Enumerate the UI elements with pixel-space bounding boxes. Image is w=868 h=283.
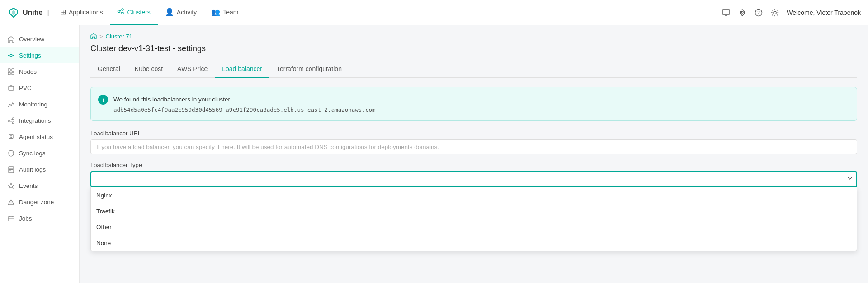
svg-point-1 xyxy=(122,9,123,10)
audit-icon xyxy=(7,166,14,173)
dropdown-item-other[interactable]: Other xyxy=(91,219,857,235)
chart-icon xyxy=(7,101,14,108)
svg-text:?: ? xyxy=(758,10,760,15)
settings-icon xyxy=(7,52,14,59)
tab-kube-cost[interactable]: Kube cost xyxy=(127,61,170,78)
nav-item-team[interactable]: 👥 Team xyxy=(204,0,245,25)
sidebar-item-nodes[interactable]: Nodes xyxy=(0,63,79,80)
dropdown-item-nginx[interactable]: Nginx xyxy=(91,187,857,203)
top-bar-right: ? Welcome, Victor Trapenok xyxy=(722,8,861,17)
svg-rect-14 xyxy=(12,69,14,71)
nav-item-clusters[interactable]: Clusters xyxy=(110,0,157,25)
dropdown-item-traefik[interactable]: Traefik xyxy=(91,203,857,219)
info-banner: i We found this loadbalancers in your cl… xyxy=(90,87,857,121)
jobs-icon xyxy=(7,215,14,222)
sidebar-label-agent-status: Agent status xyxy=(19,134,53,140)
svg-rect-5 xyxy=(722,10,730,14)
pvc-icon xyxy=(7,84,14,91)
lb-type-input[interactable] xyxy=(90,171,857,187)
svg-rect-15 xyxy=(8,72,10,75)
tab-aws-price[interactable]: AWS Price xyxy=(170,61,215,78)
lb-url-field-group: Load balancer URL xyxy=(90,130,857,154)
sidebar-label-nodes: Nodes xyxy=(19,68,37,75)
sidebar-label-sync-logs: Sync logs xyxy=(19,150,46,157)
sidebar-label-monitoring: Monitoring xyxy=(19,101,47,108)
agent-icon xyxy=(7,133,14,140)
svg-point-18 xyxy=(8,120,10,121)
svg-rect-31 xyxy=(8,217,14,221)
lb-url-input[interactable] xyxy=(90,139,857,154)
welcome-text: Welcome, Victor Trapenok xyxy=(787,9,861,16)
sidebar-label-jobs: Jobs xyxy=(19,215,32,222)
help-icon[interactable]: ? xyxy=(754,8,763,17)
sidebar-item-integrations[interactable]: Integrations xyxy=(0,112,79,129)
main-content: > Cluster 71 Cluster dev-v1-31-test - se… xyxy=(80,25,868,283)
nav-label-team: Team xyxy=(223,9,238,16)
gear-icon[interactable] xyxy=(770,8,779,17)
breadcrumb-home-icon[interactable] xyxy=(90,33,97,40)
nav-label-applications: Applications xyxy=(69,9,103,16)
svg-line-3 xyxy=(120,10,122,11)
top-nav: ⊞ Applications Clusters 👤 Activity 👥 Tea… xyxy=(53,0,718,25)
settings-tabs: General Kube cost AWS Price Load balance… xyxy=(90,61,857,78)
tab-terraform[interactable]: Terraform configuration xyxy=(269,61,349,78)
tab-load-balancer[interactable]: Load balancer xyxy=(215,61,269,78)
clusters-icon xyxy=(117,8,124,17)
sidebar-item-monitoring[interactable]: Monitoring xyxy=(0,96,79,112)
page-title: Cluster dev-v1-31-test - settings xyxy=(80,44,868,61)
info-icon: i xyxy=(98,95,108,105)
applications-icon: ⊞ xyxy=(60,8,66,16)
svg-point-2 xyxy=(122,12,123,14)
danger-icon xyxy=(7,198,14,206)
sidebar-item-danger-zone[interactable]: Danger zone xyxy=(0,194,79,210)
info-content: We found this loadbalancers in your clus… xyxy=(113,95,375,113)
lb-url-label: Load balancer URL xyxy=(90,130,857,137)
sidebar-item-agent-status[interactable]: Agent status xyxy=(0,129,79,145)
nav-label-activity: Activity xyxy=(177,9,197,16)
sidebar-item-events[interactable]: Events xyxy=(0,177,79,194)
activity-icon: 👤 xyxy=(165,8,174,16)
team-icon: 👥 xyxy=(211,8,220,16)
content-area: General Kube cost AWS Price Load balance… xyxy=(80,61,868,187)
svg-point-19 xyxy=(12,118,14,120)
main-layout: Overview Settings Nodes PVC Monitoring xyxy=(0,25,868,283)
svg-point-0 xyxy=(118,10,120,12)
sidebar-label-audit-logs: Audit logs xyxy=(19,166,46,173)
info-banner-url: adb54d5a0e5fc4f9aa2c959d30d45569-a9c91f2… xyxy=(113,106,375,113)
svg-point-8 xyxy=(741,11,743,13)
svg-point-20 xyxy=(12,122,14,124)
sidebar-item-settings[interactable]: Settings xyxy=(0,47,79,63)
sidebar-item-pvc[interactable]: PVC xyxy=(0,80,79,96)
lb-type-label: Load balancer Type xyxy=(90,162,857,168)
breadcrumb-cluster[interactable]: Cluster 71 xyxy=(106,33,132,40)
sidebar-item-overview[interactable]: Overview xyxy=(0,31,79,47)
sidebar: Overview Settings Nodes PVC Monitoring xyxy=(0,25,80,283)
svg-rect-16 xyxy=(12,72,14,75)
sidebar-item-audit-logs[interactable]: Audit logs xyxy=(0,161,79,177)
sidebar-item-jobs[interactable]: Jobs xyxy=(0,210,79,226)
breadcrumb-separator: > xyxy=(99,33,103,40)
breadcrumb: > Cluster 71 xyxy=(80,25,868,44)
svg-point-30 xyxy=(10,203,11,204)
lb-type-field-group: Load balancer Type Nginx Traefik Other N… xyxy=(90,162,857,187)
sidebar-item-sync-logs[interactable]: Sync logs xyxy=(0,145,79,161)
dropdown-item-none[interactable]: None xyxy=(91,235,857,251)
nav-item-activity[interactable]: 👤 Activity xyxy=(158,0,204,25)
logo-text: Unifie xyxy=(23,9,42,17)
lb-type-dropdown: Nginx Traefik Other None xyxy=(90,187,857,251)
logo-icon xyxy=(7,6,20,19)
sidebar-label-pvc: PVC xyxy=(19,85,32,91)
monitor-icon[interactable] xyxy=(722,8,731,17)
nav-item-applications[interactable]: ⊞ Applications xyxy=(53,0,110,25)
lb-type-select-wrapper: Nginx Traefik Other None xyxy=(90,171,857,187)
events-icon xyxy=(7,182,14,189)
svg-rect-17 xyxy=(9,86,14,90)
info-banner-text: We found this loadbalancers in your clus… xyxy=(113,95,375,105)
nav-label-clusters: Clusters xyxy=(127,9,150,16)
tab-general[interactable]: General xyxy=(90,61,127,78)
svg-point-12 xyxy=(10,54,12,57)
home-icon xyxy=(7,35,14,43)
svg-point-11 xyxy=(774,11,776,14)
sidebar-label-settings: Settings xyxy=(19,52,41,59)
rocket-icon[interactable] xyxy=(738,8,747,17)
